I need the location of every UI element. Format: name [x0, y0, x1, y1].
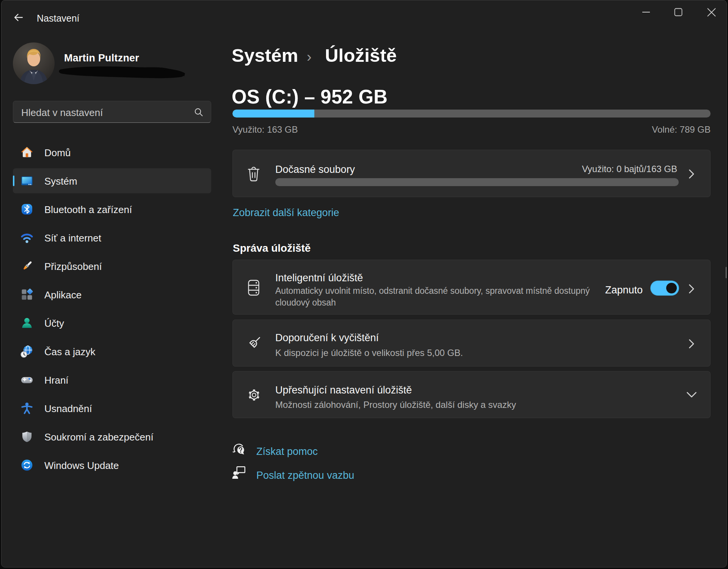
accounts-icon: [20, 316, 34, 330]
drive-free-label: Volné: 789 GB: [652, 124, 711, 135]
time-language-icon: [20, 345, 34, 358]
drive-usage-bar: [232, 110, 711, 118]
sidebar-item-privacy[interactable]: Soukromí a zabezpečení: [13, 424, 211, 449]
sidebar-item-gaming[interactable]: Hraní: [13, 367, 211, 392]
search-placeholder: Hledat v nastavení: [21, 107, 103, 119]
sidebar-navigation: Domů Systém: [13, 140, 211, 481]
sidebar-item-label: Hraní: [44, 375, 69, 386]
close-icon: [707, 8, 716, 17]
show-more-categories-link[interactable]: Zobrazit další kategorie: [233, 207, 339, 219]
sidebar-item-label: Síť a internet: [44, 232, 101, 244]
accessibility-icon: [20, 401, 34, 415]
trash-icon: [246, 165, 261, 182]
sidebar-item-label: Bluetooth a zařízení: [44, 204, 132, 216]
avatar-photo: [13, 42, 55, 84]
back-arrow-icon: [14, 13, 24, 22]
toggle-knob: [666, 283, 677, 293]
section-title: Správa úložiště: [233, 242, 311, 254]
breadcrumb-parent[interactable]: Systém: [232, 45, 298, 66]
drive-usage-fill: [232, 110, 314, 118]
chevron-right-icon: [689, 339, 695, 349]
windows-update-icon: [20, 458, 34, 472]
sidebar-item-accessibility[interactable]: Usnadnění: [13, 396, 211, 421]
avatar[interactable]: [13, 42, 55, 84]
minimize-icon: [642, 8, 650, 16]
system-icon: [20, 174, 34, 188]
sidebar-item-label: Přizpůsobení: [44, 261, 102, 273]
storage-sense-card[interactable]: Inteligentní úložiště Automaticky uvolni…: [232, 260, 711, 315]
sidebar-item-bluetooth[interactable]: Bluetooth a zařízení: [13, 197, 211, 222]
chevron-down-icon: [686, 392, 697, 398]
sidebar-item-domu[interactable]: Domů: [13, 140, 211, 165]
send-feedback-link[interactable]: Poslat zpětnou vazbu: [256, 470, 354, 481]
temp-files-card[interactable]: Dočasné soubory Využito: 0 bajtů/163 GB: [232, 150, 711, 197]
storage-sense-icon: [248, 280, 259, 296]
gear-icon: [247, 388, 261, 402]
breadcrumb-current: Úložiště: [325, 45, 397, 66]
sidebar-item-label: Účty: [44, 318, 64, 329]
minimize-button[interactable]: [634, 3, 659, 21]
storage-sense-title: Inteligentní úložiště: [275, 272, 363, 284]
temp-files-bar: [275, 178, 679, 186]
search-input[interactable]: Hledat v nastavení: [13, 101, 211, 123]
personalization-icon: [20, 259, 34, 273]
back-button[interactable]: [11, 10, 26, 25]
sidebar-item-label: Čas a jazyk: [44, 346, 95, 358]
chevron-right-icon: [689, 284, 695, 294]
advanced-storage-title: Upřesňující nastavení úložiště: [275, 384, 412, 396]
sidebar-item-time-language[interactable]: Čas a jazyk: [13, 339, 211, 364]
sidebar-item-accounts[interactable]: Účty: [13, 310, 211, 335]
selection-indicator: [13, 176, 14, 186]
window-title: Nastavení: [37, 13, 80, 24]
storage-sense-description: Automaticky uvolnit místo, odstranit doč…: [275, 285, 602, 309]
privacy-icon: [20, 430, 34, 444]
maximize-icon: [674, 8, 682, 16]
sidebar-item-label: Soukromí a zabezpečení: [44, 431, 154, 443]
sidebar-item-network[interactable]: Síť a internet: [13, 225, 211, 250]
close-button[interactable]: [699, 3, 724, 21]
advanced-storage-card[interactable]: Upřesňující nastavení úložiště Možnosti …: [232, 371, 711, 418]
get-help-link[interactable]: Získat pomoc: [256, 446, 318, 458]
feedback-icon: [232, 465, 246, 480]
breadcrumb-separator-icon: ›: [307, 49, 312, 65]
sidebar-item-apps[interactable]: Aplikace: [13, 282, 211, 307]
scrollbar-thumb[interactable]: [726, 267, 727, 278]
sidebar-item-system[interactable]: Systém: [13, 168, 211, 193]
sidebar-item-label: Domů: [44, 147, 71, 159]
home-icon: [20, 146, 34, 159]
chevron-right-icon: [689, 169, 695, 179]
search-icon: [194, 108, 203, 117]
sidebar-item-label: Systém: [44, 176, 77, 187]
sidebar-item-label: Usnadnění: [44, 403, 92, 415]
gaming-icon: [20, 373, 34, 387]
storage-sense-toggle[interactable]: [650, 281, 679, 296]
broom-icon: [244, 334, 264, 353]
toggle-state-label: Zapnuto: [605, 284, 643, 296]
sidebar-item-label: Aplikace: [44, 289, 82, 301]
settings-window: Nastavení: [1, 0, 727, 567]
bluetooth-icon: [20, 202, 34, 216]
temp-files-usage: Využito: 0 bajtů/163 GB: [582, 164, 677, 174]
drive-used-label: Využito: 163 GB: [232, 124, 298, 135]
cleanup-title: Doporučení k vyčištění: [275, 332, 379, 344]
sidebar-item-personalization[interactable]: Přizpůsobení: [13, 254, 211, 279]
sidebar-item-label: Windows Update: [44, 460, 119, 472]
cleanup-recommendations-card[interactable]: Doporučení k vyčištění K dispozici je úl…: [232, 320, 711, 367]
sidebar-item-windows-update[interactable]: Windows Update: [13, 453, 211, 478]
desktop-background: Nastavení: [0, 0, 728, 569]
network-icon: [20, 231, 34, 245]
temp-files-title: Dočasné soubory: [275, 164, 355, 176]
redacted-email: [56, 61, 189, 82]
drive-title: OS (C:) – 952 GB: [232, 86, 388, 108]
advanced-storage-description: Možnosti zálohování, Prostory úložiště, …: [275, 399, 516, 411]
get-help-icon: [231, 442, 246, 457]
cleanup-description: K dispozici je úložiště o velikosti přes…: [275, 347, 463, 359]
apps-icon: [20, 288, 34, 301]
maximize-button[interactable]: [666, 3, 691, 21]
